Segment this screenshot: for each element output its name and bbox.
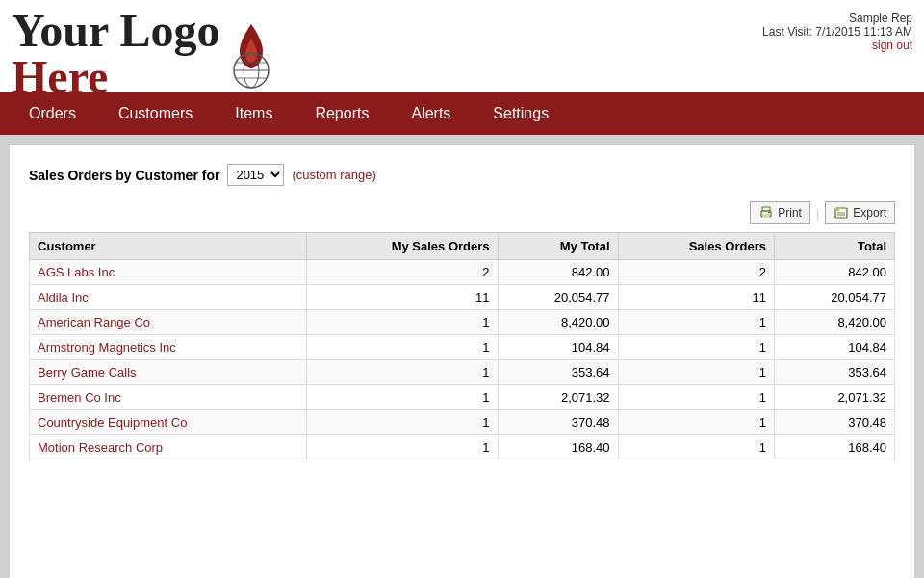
col-header-my-total: My Total: [498, 233, 618, 260]
export-icon: [834, 205, 849, 221]
table-row: Aldila Inc1120,054.771120,054.77: [30, 285, 895, 310]
cell-customer: American Range Co: [30, 310, 307, 335]
cell-total: 104.84: [774, 335, 894, 360]
custom-range-link[interactable]: (custom range): [292, 168, 375, 182]
col-header-my-sales-orders: My Sales Orders: [306, 233, 498, 260]
logo-text: Your LogoHere: [12, 8, 220, 100]
sign-out-link[interactable]: sign out: [872, 39, 912, 52]
nav-reports[interactable]: Reports: [294, 92, 390, 135]
cell-my-sales-orders: 1: [306, 360, 498, 385]
table-row: Countryside Equipment Co1370.481370.48: [30, 410, 895, 435]
cell-sales-orders: 2: [618, 260, 774, 285]
cell-total: 353.64: [774, 360, 894, 385]
cell-my-sales-orders: 2: [306, 260, 498, 285]
user-info: Sample Rep Last Visit: 7/1/2015 11:13 AM…: [762, 8, 912, 52]
navbar: Orders Customers Items Reports Alerts Se…: [0, 92, 924, 135]
svg-rect-7: [762, 207, 770, 211]
export-button[interactable]: Export: [825, 201, 895, 224]
data-table: Customer My Sales Orders My Total Sales …: [29, 232, 895, 460]
cell-total: 168.40: [774, 435, 894, 460]
nav-orders[interactable]: Orders: [8, 92, 97, 135]
cell-sales-orders: 11: [618, 285, 774, 310]
cell-customer: Bremen Co Inc: [30, 385, 307, 410]
cell-my-total: 842.00: [498, 260, 618, 285]
customer-link[interactable]: Bremen Co Inc: [38, 390, 121, 405]
cell-my-total: 370.48: [498, 410, 618, 435]
table-row: Armstrong Magnetics Inc1104.841104.84: [30, 335, 895, 360]
cell-my-sales-orders: 1: [306, 435, 498, 460]
table-row: Bremen Co Inc12,071.3212,071.32: [30, 385, 895, 410]
user-name: Sample Rep: [762, 12, 912, 25]
customer-link[interactable]: Armstrong Magnetics Inc: [38, 340, 176, 355]
cell-my-total: 8,420.00: [498, 310, 618, 335]
cell-sales-orders: 1: [618, 310, 774, 335]
cell-total: 8,420.00: [774, 310, 894, 335]
cell-customer: Armstrong Magnetics Inc: [30, 335, 307, 360]
cell-customer: Aldila Inc: [30, 285, 307, 310]
print-button[interactable]: Print: [750, 201, 810, 224]
customer-link[interactable]: Berry Game Calls: [38, 365, 137, 380]
cell-sales-orders: 1: [618, 360, 774, 385]
svg-rect-8: [768, 212, 770, 213]
table-row: American Range Co18,420.0018,420.00: [30, 310, 895, 335]
cell-my-sales-orders: 11: [306, 285, 498, 310]
main-content: Sales Orders by Customer for 2013 2014 2…: [10, 144, 914, 578]
cell-my-sales-orders: 1: [306, 410, 498, 435]
cell-my-total: 2,071.32: [498, 385, 618, 410]
cell-customer: Countryside Equipment Co: [30, 410, 307, 435]
cell-customer: Motion Research Corp: [30, 435, 307, 460]
last-visit: Last Visit: 7/1/2015 11:13 AM: [762, 25, 912, 39]
cell-my-total: 20,054.77: [498, 285, 618, 310]
header: Your LogoHere Sample Rep Last Visit: 7/1…: [0, 0, 924, 92]
cell-sales-orders: 1: [618, 335, 774, 360]
col-header-sales-orders: Sales Orders: [618, 233, 774, 260]
cell-sales-orders: 1: [618, 410, 774, 435]
print-icon: [758, 205, 774, 221]
btn-divider: |: [816, 206, 819, 221]
cell-my-total: 168.40: [498, 435, 618, 460]
cell-total: 370.48: [774, 410, 894, 435]
export-label: Export: [853, 206, 886, 220]
col-header-customer: Customer: [30, 233, 307, 260]
nav-items[interactable]: Items: [214, 92, 294, 135]
cell-total: 842.00: [774, 260, 894, 285]
print-label: Print: [778, 206, 802, 220]
cell-my-total: 353.64: [498, 360, 618, 385]
table-row: AGS Labs Inc2842.002842.00: [30, 260, 895, 285]
cell-my-sales-orders: 1: [306, 335, 498, 360]
nav-customers[interactable]: Customers: [97, 92, 214, 135]
customer-link[interactable]: American Range Co: [38, 315, 150, 329]
cell-my-sales-orders: 1: [306, 385, 498, 410]
filter-label: Sales Orders by Customer for: [29, 168, 219, 183]
year-select[interactable]: 2013 2014 2015 2016: [227, 164, 284, 186]
cell-total: 2,071.32: [774, 385, 894, 410]
svg-rect-10: [835, 208, 839, 211]
cell-my-total: 104.84: [498, 335, 618, 360]
table-body: AGS Labs Inc2842.002842.00Aldila Inc1120…: [30, 260, 895, 460]
filter-row: Sales Orders by Customer for 2013 2014 2…: [29, 164, 895, 186]
cell-total: 20,054.77: [774, 285, 894, 310]
cell-sales-orders: 1: [618, 385, 774, 410]
table-header-row: Customer My Sales Orders My Total Sales …: [30, 233, 895, 260]
customer-link[interactable]: Motion Research Corp: [38, 440, 163, 455]
table-row: Berry Game Calls1353.641353.64: [30, 360, 895, 385]
action-row: Print | Export: [29, 201, 895, 224]
customer-link[interactable]: Countryside Equipment Co: [38, 415, 187, 430]
svg-rect-6: [762, 214, 770, 218]
cell-customer: Berry Game Calls: [30, 360, 307, 385]
customer-link[interactable]: Aldila Inc: [38, 290, 89, 304]
logo-icon: [226, 20, 276, 92]
nav-settings[interactable]: Settings: [472, 92, 570, 135]
nav-alerts[interactable]: Alerts: [390, 92, 472, 135]
col-header-total: Total: [774, 233, 894, 260]
cell-customer: AGS Labs Inc: [30, 260, 307, 285]
cell-my-sales-orders: 1: [306, 310, 498, 335]
customer-link[interactable]: AGS Labs Inc: [38, 265, 115, 279]
logo-area: Your LogoHere: [12, 8, 276, 100]
table-row: Motion Research Corp1168.401168.40: [30, 435, 895, 460]
cell-sales-orders: 1: [618, 435, 774, 460]
